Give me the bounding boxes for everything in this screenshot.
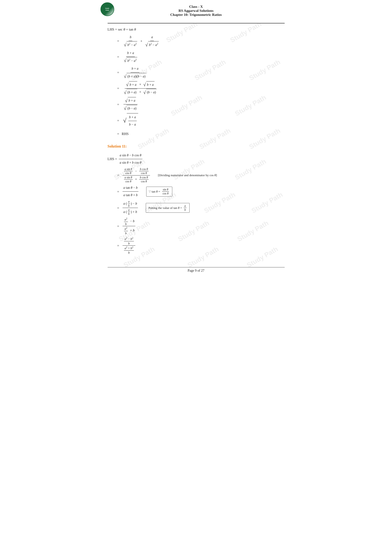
fraction-bpa: b + a √ b2 − a2 xyxy=(123,50,139,64)
fraction-tan: a tan θ − b a tan θ + b xyxy=(123,185,139,199)
eq-row-rhs: = RHS xyxy=(115,129,285,138)
eq-row-tan: = a tan θ − b a tan θ + b ∵ tan θ = sin … xyxy=(115,185,285,199)
fraction-a2mb2: a2 − b2 b a2 + b2 b xyxy=(123,237,136,255)
fraction-sub-tan: a ( a b ) − b a ( xyxy=(123,200,138,216)
fraction-a: a √ b2 − a2 xyxy=(144,34,160,48)
eq-row-3: = b + a √ (b + a)(b − a) xyxy=(115,65,285,80)
logo-text: StudyPath xyxy=(105,7,110,11)
solution10-content: LHS = sec θ + tan θ = b √ b2 − a2 xyxy=(108,26,285,255)
fraction-bpa2: b + a √ (b + a)(b − a) xyxy=(123,65,148,80)
eq-row-a2b: = a2 b − b a2 b xyxy=(115,217,285,235)
eq-row-2: = b + a √ b2 − a2 xyxy=(115,50,285,64)
eq-row-5: = √ b + a √ (b − a) xyxy=(115,97,285,112)
page-header: Class - X RS Aggarwal Solutions Chapter … xyxy=(108,5,285,19)
lhs-def: LHS = a sin θ − b cos θ a sin θ + b cos … xyxy=(108,152,285,166)
fraction-a2b: a2 b − b a2 b + b xyxy=(123,217,136,235)
page-footer: Page 9 of 27 xyxy=(108,267,285,273)
book-label: RS Aggarwal Solutions xyxy=(108,9,285,13)
note-put-tan: Putting the value of tan θ = a b xyxy=(146,203,189,213)
fraction-div-cos: a sin θ cos θ − b cos θ cos θ a si xyxy=(123,167,150,183)
fraction-sqrtbpa-over-sqrtbma: √ b + a √ (b − a) xyxy=(123,97,139,112)
equation-block-s11: = a sin θ cos θ − b cos θ cos θ xyxy=(115,167,285,255)
eq-row-1: = b √ b2 − a2 + a xyxy=(115,34,285,48)
solution11-header: Solution 11: xyxy=(108,143,285,150)
lhs-statement: LHS = sec θ + tan θ xyxy=(108,26,285,33)
chapter-label: Chapter 10: Trigonometric Ratios xyxy=(108,13,285,17)
equation-block-s10: = b √ b2 − a2 + a xyxy=(115,34,285,138)
eq-row-final-frac: = a2 − b2 b a2 + b2 b xyxy=(115,237,285,255)
page-number: Page 9 of 27 xyxy=(188,269,204,272)
eq-row-4: = √ b + a × √ b + a xyxy=(115,81,285,96)
eq-row-div-cos: = a sin θ cos θ − b cos θ cos θ xyxy=(115,167,285,183)
header-divider xyxy=(108,23,285,23)
fraction-sqrt-cross: √ b + a × √ b + a √ xyxy=(123,81,158,96)
comment-div-cos: [Dividing numerator and denominator by c… xyxy=(158,172,217,178)
eq-row-sub-tan: = a ( a b ) − b xyxy=(115,200,285,216)
class-label: Class - X xyxy=(108,5,285,9)
logo: StudyPath xyxy=(100,2,115,17)
page: StudyPath Study Path Study Path Study Pa… xyxy=(98,0,294,277)
fraction-lhs-def: a sin θ − b cos θ a sin θ + b cos θ xyxy=(119,152,142,166)
fraction-b: b √ b2 − a2 xyxy=(123,34,139,48)
eq-row-6: = √ b + a b − a xyxy=(115,113,285,128)
note-tan: ∵ tan θ = sin θ cos θ xyxy=(146,187,172,197)
